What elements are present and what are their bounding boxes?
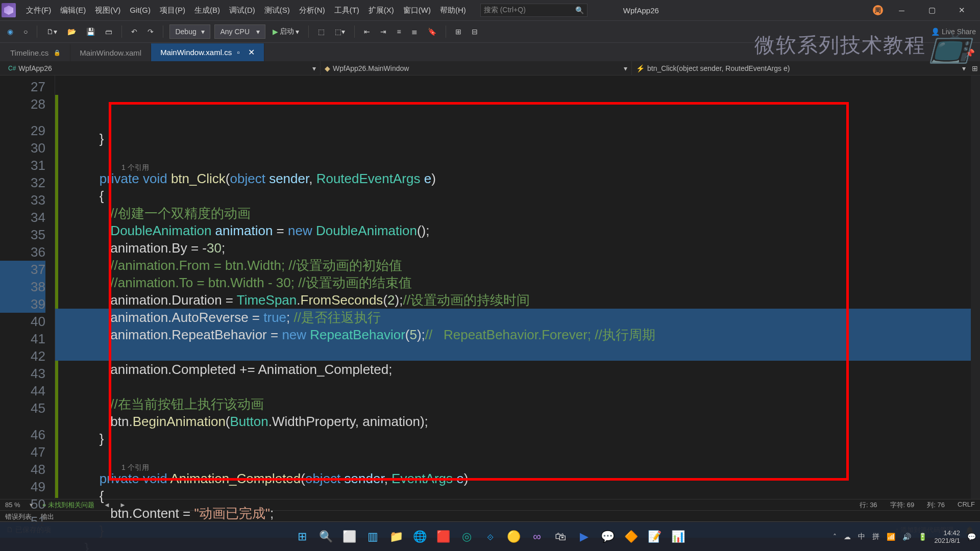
search-icon: 🔍: [575, 6, 584, 14]
tab-mainwindow-xaml-cs[interactable]: MainWindow.xaml.cs▫✕: [151, 43, 264, 61]
nav-fwd-button[interactable]: ○: [20, 26, 31, 37]
crumb-project[interactable]: C#WpfApp26▾: [4, 61, 321, 75]
redo-button[interactable]: ↷: [144, 26, 157, 37]
save-all-button[interactable]: 🗃: [102, 26, 115, 37]
widgets-icon[interactable]: ▥: [362, 527, 383, 547]
explorer-icon[interactable]: 📁: [386, 527, 406, 547]
config-dropdown[interactable]: Debug▾: [169, 24, 210, 39]
taskview-icon[interactable]: ⬜: [339, 527, 359, 547]
wifi-icon[interactable]: 📶: [887, 533, 895, 541]
volume-icon[interactable]: 🔊: [902, 533, 911, 541]
menu-test[interactable]: 测试(S): [260, 4, 294, 17]
menu-edit[interactable]: 编辑(E): [56, 4, 90, 17]
notes-icon[interactable]: 📝: [644, 527, 665, 547]
step-over-button[interactable]: ⬚▾: [332, 26, 348, 37]
nav-back-button[interactable]: ◉: [4, 26, 16, 37]
visualstudio-icon[interactable]: ∞: [527, 527, 547, 547]
app-icon-3[interactable]: 🟡: [503, 527, 524, 547]
app-icon-1[interactable]: 🟥: [433, 527, 453, 547]
tool2-button[interactable]: ⊟: [469, 26, 481, 37]
wechat-icon[interactable]: 💬: [597, 527, 618, 547]
notification-center-icon[interactable]: 💬: [967, 533, 976, 541]
menu-build[interactable]: 生成(B): [190, 4, 224, 17]
menu-extensions[interactable]: 扩展(X): [364, 4, 398, 17]
bookmark-button[interactable]: 🔖: [425, 26, 439, 37]
minimap[interactable]: [971, 76, 980, 499]
split-button[interactable]: ⊞: [970, 64, 980, 72]
tab-timeline[interactable]: Timeline.cs🔒: [1, 44, 70, 61]
start-button[interactable]: ▶启动▾: [270, 26, 302, 38]
menu-analyze[interactable]: 分析(N): [295, 4, 329, 17]
search-input[interactable]: 搜索 (Ctrl+Q) 🔍: [480, 4, 587, 17]
system-tray: ˄ ☁ 中 拼 📶 🔊 🔋 14:422021/8/1 💬: [833, 529, 976, 544]
lock-icon: 🔒: [54, 49, 61, 56]
tool1-button[interactable]: ⊞: [452, 26, 464, 37]
platform-dropdown[interactable]: Any CPU▾: [214, 24, 265, 39]
store-icon[interactable]: 🛍: [550, 527, 571, 547]
search-placeholder: 搜索 (Ctrl+Q): [484, 6, 526, 15]
app-icon-4[interactable]: 🔶: [621, 527, 641, 547]
menu-tools[interactable]: 工具(T): [330, 4, 363, 17]
class-icon: ◆: [325, 64, 330, 72]
menu-view[interactable]: 视图(V): [91, 4, 125, 17]
open-button[interactable]: 📂: [64, 26, 79, 37]
ime-indicator[interactable]: 中: [858, 532, 865, 541]
code-editor[interactable]: 2728293031323334353637383940414243444546…: [0, 76, 980, 499]
tray-chevron-icon[interactable]: ˄: [833, 533, 837, 541]
menu-file[interactable]: 文件(F): [22, 4, 55, 17]
tab-mainwindow-xaml[interactable]: MainWindow.xaml: [70, 44, 151, 61]
vscode-icon[interactable]: ⟐: [480, 527, 500, 547]
menu-help[interactable]: 帮助(H): [436, 4, 470, 17]
start-button-win[interactable]: ⊞: [292, 527, 312, 547]
user-badge-icon[interactable]: 周: [873, 5, 883, 15]
powerautomate-icon[interactable]: ▶: [574, 527, 594, 547]
close-button[interactable]: ✕: [950, 0, 973, 20]
minimize-button[interactable]: ─: [890, 0, 913, 20]
vs-logo-icon: [2, 3, 16, 17]
maximize-button[interactable]: ▢: [920, 0, 943, 20]
method-icon: ⚡: [636, 64, 645, 72]
edge-icon[interactable]: 🌐: [409, 527, 430, 547]
titlebar: 文件(F) 编辑(E) 视图(V) Git(G) 项目(P) 生成(B) 调试(…: [0, 0, 980, 20]
code-area[interactable]: } 1 个引用 private void btn_Click(object se…: [55, 76, 980, 499]
comment-button[interactable]: ≡: [394, 26, 404, 37]
dirty-icon: ▫: [237, 48, 239, 57]
undo-button[interactable]: ↶: [128, 26, 140, 37]
app-title: WpfApp26: [623, 6, 659, 15]
app-icon-2[interactable]: ◎: [456, 527, 477, 547]
indent-less-button[interactable]: ⇤: [361, 26, 373, 37]
csharp-icon: C#: [8, 65, 16, 72]
menu-debug[interactable]: 调试(D): [225, 4, 259, 17]
menu-window[interactable]: 窗口(W): [399, 4, 435, 17]
menu-project[interactable]: 项目(P): [156, 4, 189, 17]
step-button[interactable]: ⬚: [315, 26, 328, 37]
close-tab-icon[interactable]: ✕: [248, 47, 255, 57]
save-button[interactable]: 💾: [83, 26, 98, 37]
app-icon-5[interactable]: 📊: [668, 527, 688, 547]
menubar: 文件(F) 编辑(E) 视图(V) Git(G) 项目(P) 生成(B) 调试(…: [22, 4, 470, 17]
battery-icon[interactable]: 🔋: [918, 533, 927, 541]
onedrive-icon[interactable]: ☁: [844, 533, 851, 541]
search-taskbar-icon[interactable]: 🔍: [315, 527, 336, 547]
pinyin-indicator[interactable]: 拼: [872, 532, 879, 541]
crumb-namespace[interactable]: ◆WpfApp26.MainWindow▾: [321, 61, 632, 75]
indent-more-button[interactable]: ⇥: [377, 26, 389, 37]
clock[interactable]: 14:422021/8/1: [934, 529, 960, 544]
menu-git[interactable]: Git(G): [126, 4, 155, 17]
line-gutter: 2728293031323334353637383940414243444546…: [0, 76, 55, 499]
taskbar: ⊞ 🔍 ⬜ ▥ 📁 🌐 🟥 ◎ ⟐ 🟡 ∞ 🛍 ▶ 💬 🔶 📝 📊 ˄ ☁ 中 …: [0, 521, 980, 551]
uncomment-button[interactable]: ≣: [408, 26, 421, 37]
video-watermark: 微软系列技术教程 📺: [754, 26, 970, 65]
new-project-button[interactable]: 🗋▾: [43, 26, 60, 37]
